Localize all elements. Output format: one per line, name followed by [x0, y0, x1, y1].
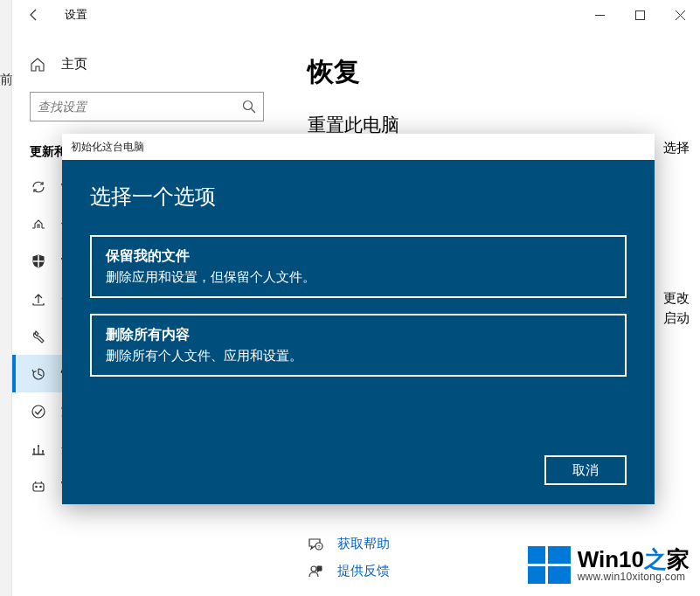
watermark-url: www.win10xitong.com [578, 571, 690, 583]
maximize-icon [635, 10, 645, 20]
svg-point-8 [35, 485, 38, 488]
option-title: 保留我的文件 [106, 247, 611, 266]
insider-icon [30, 479, 47, 495]
side-text-2: 更改 启动 [663, 288, 690, 328]
search-input-box[interactable] [30, 92, 264, 121]
watermark-text: Win10之家 www.win10xitong.com [578, 548, 690, 583]
feedback-icon [308, 564, 325, 579]
svg-rect-1 [635, 10, 644, 19]
sidebar-home-label: 主页 [61, 56, 87, 73]
recovery-icon [30, 366, 47, 382]
activation-icon [30, 404, 47, 419]
titlebar: 设置 [12, 0, 700, 30]
minimize-button[interactable] [579, 0, 620, 30]
search-icon [242, 100, 256, 114]
svg-point-9 [39, 485, 42, 488]
backup-icon [30, 291, 47, 307]
sync-icon [30, 179, 47, 195]
side-text-1: 选择 [663, 140, 690, 156]
option-desc: 删除所有个人文件、应用和设置。 [106, 348, 611, 364]
dialog-title: 选择一个选项 [90, 183, 627, 211]
developer-icon [30, 441, 47, 457]
close-icon [676, 10, 685, 20]
option-title: 删除所有内容 [106, 326, 611, 344]
svg-point-4 [244, 101, 253, 110]
back-button[interactable] [19, 0, 49, 30]
window-controls [579, 0, 700, 30]
svg-rect-7 [33, 483, 44, 491]
option-desc: 删除应用和设置，但保留个人文件。 [106, 269, 611, 286]
svg-point-12 [311, 566, 316, 572]
help-icon: ? [308, 537, 325, 552]
dialog-body: 选择一个选项 保留我的文件 删除应用和设置，但保留个人文件。 删除所有内容 删除… [62, 160, 655, 504]
delivery-icon [30, 217, 47, 232]
minimize-icon [595, 10, 605, 20]
svg-point-6 [32, 405, 45, 418]
maximize-button[interactable] [620, 0, 660, 30]
close-button[interactable] [660, 0, 700, 30]
sidebar-home[interactable]: 主页 [12, 49, 281, 80]
watermark: Win10之家 www.win10xitong.com [528, 546, 690, 584]
svg-line-5 [252, 109, 256, 114]
page-title: 恢复 [308, 54, 700, 90]
home-icon [30, 57, 47, 73]
cancel-button[interactable]: 取消 [544, 455, 627, 485]
troubleshoot-icon [30, 329, 47, 344]
edge-text: 前 [0, 72, 13, 88]
get-help-link[interactable]: 获取帮助 [337, 536, 390, 552]
left-edge-strip: 前 [0, 0, 12, 596]
search-input[interactable] [38, 100, 242, 114]
arrow-left-icon [27, 8, 41, 22]
reset-pc-dialog: 初始化这台电脑 选择一个选项 保留我的文件 删除应用和设置，但保留个人文件。 删… [62, 134, 655, 504]
windows-logo-icon [528, 546, 571, 584]
shield-icon [30, 253, 47, 269]
feedback-link[interactable]: 提供反馈 [337, 563, 390, 579]
option-remove-everything[interactable]: 删除所有内容 删除所有个人文件、应用和设置。 [90, 314, 627, 377]
dialog-header: 初始化这台电脑 [62, 134, 655, 160]
window-title: 设置 [65, 7, 87, 23]
option-keep-files[interactable]: 保留我的文件 删除应用和设置，但保留个人文件。 [90, 235, 627, 298]
